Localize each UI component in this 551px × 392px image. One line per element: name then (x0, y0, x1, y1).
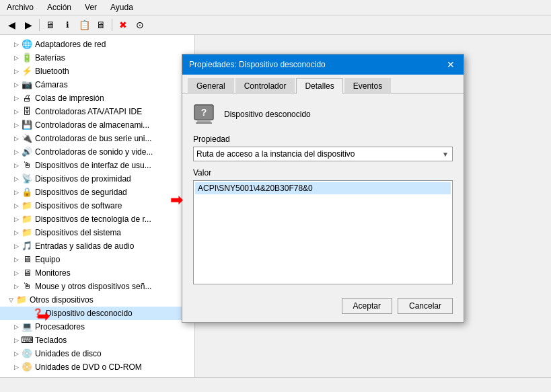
dialog-title: Propiedades: Dispositivo desconocido (189, 60, 326, 69)
tree-icon-otros-dispositivos: 📁 (16, 295, 27, 305)
tree-item-bluetooth[interactable]: ▷⚡Bluetooth (0, 65, 194, 78)
toolbar-red[interactable]: ✖ (116, 17, 131, 32)
tree-item-procesadores[interactable]: ▷💻Procesadores (0, 320, 194, 334)
tree-icon-controladoras-ata: 🗄 (22, 106, 32, 117)
tree-item-dispositivos-seguridad[interactable]: ▷🔒Dispositivos de seguridad (0, 186, 194, 199)
menu-ver[interactable]: Ver (82, 1, 100, 13)
tree-label-dispositivos-proximidad: Dispositivos de proximidad (35, 173, 131, 185)
toolbar-back[interactable]: ◀ (4, 17, 19, 32)
dialog-close-button[interactable]: ✕ (445, 58, 457, 71)
expand-btn-unidades-disco[interactable]: ▷ (11, 348, 22, 359)
tree-item-unidades-dvd[interactable]: ▷📀Unidades de DVD o CD-ROM (0, 360, 194, 374)
tree-icon-unidades-disco: 💿 (22, 348, 32, 359)
tree-item-equipo[interactable]: ▷🖥Equipo (0, 253, 194, 266)
device-icon: ? (193, 102, 217, 126)
expand-btn-dispositivo-desconocido (22, 308, 32, 319)
tree-panel[interactable]: ▷🌐Adaptadores de red▷🔋Baterías▷⚡Bluetoot… (0, 35, 195, 377)
expand-btn-colas-impresion[interactable]: ▷ (11, 93, 22, 104)
cancel-button[interactable]: Cancelar (398, 298, 453, 314)
status-bar (0, 377, 551, 392)
tree-item-entradas-salidas[interactable]: ▷🎵Entradas y salidas de audio (0, 239, 194, 253)
properties-dialog[interactable]: Propiedades: Dispositivo desconocido ✕ G… (182, 54, 464, 323)
expand-btn-procesadores[interactable]: ▷ (11, 321, 22, 332)
tree-item-controladoras-bus[interactable]: ▷🔌Controladoras de bus serie uni... (0, 132, 194, 145)
expand-btn-mouse[interactable]: ▷ (11, 281, 22, 292)
tab-controlador[interactable]: Controlador (235, 78, 295, 94)
toolbar-info[interactable]: ℹ (60, 17, 75, 32)
tree-item-dispositivo-desconocido[interactable]: ❓Dispositivo desconocido (0, 307, 194, 320)
accept-button[interactable]: Aceptar (342, 298, 392, 314)
value-box[interactable]: ACPI\SNY5001\4&20B30F78&0 (193, 180, 453, 284)
tree-icon-controladoras-bus: 🔌 (22, 133, 32, 144)
expand-btn-bluetooth[interactable]: ▷ (11, 66, 22, 77)
tree-label-colas-impresion: Colas de impresión (35, 92, 104, 104)
tree-icon-unidades-dvd: 📀 (22, 362, 32, 373)
toolbar-monitor[interactable]: 🖥 (94, 17, 108, 32)
tree-item-otros-dispositivos[interactable]: ▽📁Otros dispositivos (0, 293, 194, 307)
tree-icon-mouse: 🖱 (22, 281, 32, 292)
tree-item-monitores[interactable]: ▷🖥Monitores (0, 266, 194, 280)
tree-icon-teclados: ⌨ (22, 335, 32, 346)
tree-item-teclados[interactable]: ▷⌨Teclados (0, 334, 194, 347)
expand-btn-controladoras-sonido[interactable]: ▷ (11, 147, 22, 157)
tree-item-colas-impresion[interactable]: ▷🖨Colas de impresión (0, 91, 194, 105)
tab-detalles[interactable]: Detalles (296, 78, 342, 94)
tree-icon-dispositivos-proximidad: 📡 (22, 173, 32, 184)
tree-item-dispositivos-interfaz[interactable]: ▷🖱Dispositivos de interfaz de usu... (0, 159, 194, 172)
expand-btn-adaptadores-red[interactable]: ▷ (11, 39, 22, 50)
tree-icon-controladoras-almac: 💾 (22, 120, 32, 130)
tree-label-unidades-dvd: Unidades de DVD o CD-ROM (35, 361, 142, 373)
property-dropdown[interactable]: Ruta de acceso a la instancia del dispos… (193, 147, 453, 161)
expand-btn-controladoras-bus[interactable]: ▷ (11, 133, 22, 144)
tree-item-dispositivos-software[interactable]: ▷📁Dispositivos de software (0, 199, 194, 212)
menu-accion[interactable]: Acción (44, 1, 74, 13)
tab-general[interactable]: General (188, 78, 234, 94)
expand-btn-entradas-salidas[interactable]: ▷ (11, 241, 22, 251)
expand-btn-dispositivos-proximidad[interactable]: ▷ (11, 173, 22, 184)
toolbar: ◀ ▶ 🖥 ℹ 📋 🖥 ✖ ⊙ (0, 15, 551, 35)
expand-btn-unidades-dvd[interactable]: ▷ (11, 362, 22, 373)
expand-btn-dispositivos-interfaz[interactable]: ▷ (11, 160, 22, 171)
expand-btn-dispositivos-seguridad[interactable]: ▷ (11, 187, 22, 198)
toolbar-sep-1 (39, 19, 40, 31)
tree-item-camaras[interactable]: ▷📷Cámaras (0, 78, 194, 91)
expand-btn-controladoras-ata[interactable]: ▷ (11, 106, 22, 117)
tree-label-monitores: Monitores (35, 267, 71, 279)
tree-icon-dispositivos-seguridad: 🔒 (22, 187, 32, 198)
toolbar-scan[interactable]: 📋 (77, 17, 91, 32)
tree-item-controladoras-sonido[interactable]: ▷🔊Controladoras de sonido y vide... (0, 145, 194, 159)
expand-btn-dispositivos-software[interactable]: ▷ (11, 200, 22, 211)
expand-btn-monitores[interactable]: ▷ (11, 268, 22, 278)
tab-eventos[interactable]: Eventos (344, 78, 391, 94)
tree-item-baterias[interactable]: ▷🔋Baterías (0, 51, 194, 65)
menu-ayuda[interactable]: Ayuda (108, 1, 136, 13)
expand-btn-otros-dispositivos[interactable]: ▽ (5, 295, 16, 305)
expand-btn-dispositivos-tecnologia[interactable]: ▷ (11, 214, 22, 225)
expand-btn-equipo[interactable]: ▷ (11, 254, 22, 265)
tree-label-unidades-disco: Unidades de disco (35, 348, 102, 360)
tree-label-controladoras-bus: Controladoras de bus serie uni... (35, 132, 151, 145)
toolbar-forward[interactable]: ▶ (21, 17, 36, 32)
content-area: ▷🌐Adaptadores de red▷🔋Baterías▷⚡Bluetoot… (0, 35, 551, 377)
dialog-content: ? Dispositivo desconocido Propiedad Ruta… (182, 94, 464, 292)
expand-btn-camaras[interactable]: ▷ (11, 79, 22, 90)
tree-icon-dispositivos-tecnologia: 📁 (22, 214, 32, 225)
tree-item-dispositivos-tecnologia[interactable]: ▷📁Dispositivos de tecnología de r... (0, 212, 194, 226)
expand-btn-dispositivos-sistema[interactable]: ▷ (11, 227, 22, 238)
tree-item-dispositivos-proximidad[interactable]: ▷📡Dispositivos de proximidad (0, 172, 194, 186)
tree-label-otros-dispositivos: Otros dispositivos (30, 294, 94, 306)
tree-item-unidades-disco[interactable]: ▷💿Unidades de disco (0, 347, 194, 360)
tree-item-dispositivos-sistema[interactable]: ▷📁Dispositivos del sistema (0, 226, 194, 239)
tree-item-adaptadores-red[interactable]: ▷🌐Adaptadores de red (0, 38, 194, 51)
menu-archivo[interactable]: Archivo (4, 1, 36, 13)
toolbar-refresh[interactable]: ⊙ (133, 17, 147, 32)
arrow-right-1: ➡ (170, 193, 182, 208)
tree-item-controladoras-ata[interactable]: ▷🗄Controladoras ATA/ATAPI IDE (0, 105, 194, 118)
tree-item-controladoras-almac[interactable]: ▷💾Controladoras de almacenami... (0, 118, 194, 132)
expand-btn-controladoras-almac[interactable]: ▷ (11, 120, 22, 130)
toolbar-computer[interactable]: 🖥 (43, 17, 58, 32)
tree-item-mouse[interactable]: ▷🖱Mouse y otros dispositivos señ... (0, 280, 194, 293)
expand-btn-baterias[interactable]: ▷ (11, 52, 22, 63)
tree-icon-controladoras-sonido: 🔊 (22, 147, 32, 157)
tree-icon-camaras: 📷 (22, 79, 32, 90)
